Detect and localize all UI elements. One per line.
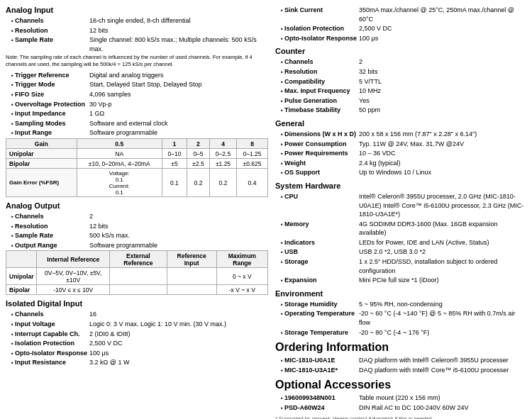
gain-header-1: 1 xyxy=(162,139,187,149)
spec-sample-rate: Sample Rate Single channel: 800 kS/s max… xyxy=(11,35,268,53)
general-title: General xyxy=(275,119,526,128)
env-humidity-val: 5 ~ 95% RH, non-condensing xyxy=(359,300,443,309)
optional-note: * Supported by request; please contact A… xyxy=(275,415,526,419)
ordering-title: Ordering Information xyxy=(275,341,526,354)
optional-item-0: 1960099348N001 Table mount (220 x 156 mm… xyxy=(281,393,526,403)
gen-os-label: OS Support xyxy=(281,168,359,177)
optional-item-1: PSD-A60W24 DIN Rail AC to DC 100-240V 60… xyxy=(281,403,526,413)
counter-title: Counter xyxy=(275,47,526,55)
label-fifo: FIFO Size xyxy=(11,90,89,99)
spec-channels: Channels 16-ch single ended, 8-ch differ… xyxy=(11,16,268,26)
sh-indicators-label: Indicators xyxy=(281,238,359,247)
idi-channels-label: Channels xyxy=(11,310,89,319)
idi-isolation: Isolation Protection 2,500 V DC xyxy=(11,339,268,348)
sh-storage-val: 1 x 2.5" HDD/SSD, installation subject t… xyxy=(359,257,526,275)
ctr-max-freq: Max. Input Frequency 10 MHz xyxy=(281,86,526,96)
isolated-digital-specs: Channels 16 Input Voltage Logic 0: 3 V m… xyxy=(6,310,268,367)
spec-input-range: Input Range Software programmable xyxy=(11,128,268,138)
ctr-compat-val: 5 V/TTL xyxy=(359,77,382,86)
order-desc-0: DAQ platform with Intel® Celeron® 3955U … xyxy=(359,356,509,365)
spec-sampling-modes: Sampling Modes Software and external clo… xyxy=(11,119,268,128)
spec-fifo: FIFO Size 4,096 samples xyxy=(11,90,268,99)
sink-isolation-label: Isolation Protection xyxy=(281,24,359,33)
sh-indicators: Indicators LEDs for Power, IDE and LAN (… xyxy=(281,238,526,247)
label-trigger-ref: Trigger Reference xyxy=(11,71,89,80)
gain-error-4: 0.2 xyxy=(209,169,236,197)
sink-isolation: Isolation Protection 2,500 V DC xyxy=(281,24,526,33)
env-op-temp-val: -20 ~ 60 °C (-4 ~140 °F) @ 5 ~ 85% RH wi… xyxy=(359,309,526,327)
optional-model-1: PSD-A60W24 xyxy=(281,403,359,413)
val-sample-rate: Single channel: 800 kS/s max.; Multiple … xyxy=(89,35,268,53)
val-trigger-mode: Start, Delayed Start Stop, Delayed Stop xyxy=(89,80,202,89)
ao-output-range-label: Output Range xyxy=(11,241,89,250)
optional-model-0: 1960099348N001 xyxy=(281,393,359,403)
or-row-unipolar: Unipolar 0V–5V, 0V–10V, ±5V, ±10V 0 ~ x … xyxy=(6,268,268,285)
environment-specs: Storage Humidity 5 ~ 95% RH, non-condens… xyxy=(275,300,526,337)
idi-input-voltage-val: Logic 0: 3 V max. Logic 1: 10 V min. (30… xyxy=(89,320,226,329)
sink-current-label: Sink Current xyxy=(281,6,359,23)
gain-error-v: Voltage:0.1Current:0.1 xyxy=(77,169,162,197)
idi-channels: Channels 16 xyxy=(11,310,268,319)
idi-channels-val: 16 xyxy=(89,310,96,319)
ao-resolution-label: Resolution xyxy=(11,222,89,231)
system-hardware-title: System Hardware xyxy=(275,181,526,190)
or-unipolar-internal: 0V–5V, 0V–10V, ±5V, ±10V xyxy=(37,268,109,285)
analog-input-title: Analog Input xyxy=(6,6,268,14)
sink-opto-label: Opto-Isolator Response xyxy=(281,34,359,43)
ctr-max-freq-label: Max. Input Frequency xyxy=(281,86,359,96)
output-range-table: Internal Reference External Reference Re… xyxy=(6,250,268,295)
gen-power-consumption-label: Power Consumption xyxy=(281,140,359,149)
ctr-max-freq-val: 10 MHz xyxy=(359,86,381,96)
idi-interrupt: Interrupt Capable Ch. 2 (IDI0 & IDI8) xyxy=(11,330,268,339)
spec-trigger-ref: Trigger Reference Digital and analog tri… xyxy=(11,71,268,80)
sh-cpu: CPU Intel® Celeron® 3955U processer, 2.0… xyxy=(281,192,526,219)
gain-bipolar-05: ±10, 0–20mA, 4–20mA xyxy=(77,159,162,169)
gain-error-2: 0.2 xyxy=(187,169,209,197)
or-unipolar-ext xyxy=(109,268,167,285)
gain-error-label: Gain Error (%FSR) xyxy=(6,169,77,197)
sh-indicators-val: LEDs for Power, IDE and LAN (Active, Sta… xyxy=(359,238,489,247)
ctr-resolution-val: 32 bits xyxy=(359,67,378,77)
idi-input-voltage-label: Input Voltage xyxy=(11,320,89,329)
sh-storage-label: Storage xyxy=(281,257,359,275)
ctr-compat-label: Compatibility xyxy=(281,77,359,86)
sink-isolation-val: 2,500 V DC xyxy=(359,24,392,33)
ctr-channels: Channels 2 xyxy=(281,57,526,67)
environment-title: Environment xyxy=(275,289,526,298)
isolated-digital-title: Isolated Digital Input xyxy=(6,299,268,308)
system-hardware-specs: CPU Intel® Celeron® 3955U processer, 2.0… xyxy=(275,192,526,285)
sh-memory-label: Memory xyxy=(281,220,359,238)
ctr-timebase-val: 50 ppm xyxy=(359,106,380,115)
optional-desc-1: DIN Rail AC to DC 100-240V 60W 24V xyxy=(359,403,469,413)
idi-resistance: Input Resistance 3.2 kΩ @ 1 W xyxy=(11,358,268,367)
sink-specs: Sink Current 350mA max./channel @ 25°C, … xyxy=(275,6,526,43)
gain-unipolar-1: 0–10 xyxy=(162,149,187,159)
idi-isolation-val: 2,500 V DC xyxy=(89,339,123,348)
gain-row-error: Gain Error (%FSR) Voltage:0.1Current:0.1… xyxy=(6,169,268,197)
ao-channels-label: Channels xyxy=(11,212,89,221)
ao-channels: Channels 2 xyxy=(11,212,268,221)
or-h-ref-input: Reference Input xyxy=(167,251,216,268)
env-storage-temp: Storage Temperature -20 ~ 80 °C (-4 ~ 17… xyxy=(281,328,526,337)
sh-usb-label: USB xyxy=(281,247,359,257)
ao-sample-rate-val: 500 kS/s max. xyxy=(89,231,130,240)
idi-interrupt-val: 2 (IDI0 & IDI8) xyxy=(89,330,131,339)
label-sample-rate: Sample Rate xyxy=(11,35,89,53)
gain-unipolar-4: 0–2.5 xyxy=(209,149,236,159)
gain-table: Gain 0.5 1 2 4 8 Unipolar NA 0–10 0–5 0–… xyxy=(6,138,268,197)
optional-items: 1960099348N001 Table mount (220 x 156 mm… xyxy=(275,393,526,412)
gain-header-2: 2 xyxy=(187,139,209,149)
or-bipolar-ext xyxy=(109,285,167,295)
gain-header-4: 4 xyxy=(209,139,236,149)
ctr-pulse-val: Yes xyxy=(359,96,370,106)
right-column: Sink Current 350mA max./channel @ 25°C, … xyxy=(275,6,526,419)
val-fifo: 4,096 samples xyxy=(89,90,131,99)
or-unipolar-max: 0 ~ x V xyxy=(216,268,267,285)
sink-current: Sink Current 350mA max./channel @ 25°C, … xyxy=(281,6,526,23)
gen-weight-val: 2.4 kg (typical) xyxy=(359,159,401,168)
sh-memory-val: 4G SODIMM DDR3-1600 (Max. 16GB expansion… xyxy=(359,220,526,238)
ao-output-range: Output Range Software programmable xyxy=(11,241,268,250)
env-op-temp-label: Operating Temperature xyxy=(281,309,359,327)
env-storage-temp-val: -20 ~ 80 °C (-4 ~ 176 °F) xyxy=(359,328,429,337)
spec-overvoltage: Overvoltage Protection 30 Vp-p xyxy=(11,100,268,109)
